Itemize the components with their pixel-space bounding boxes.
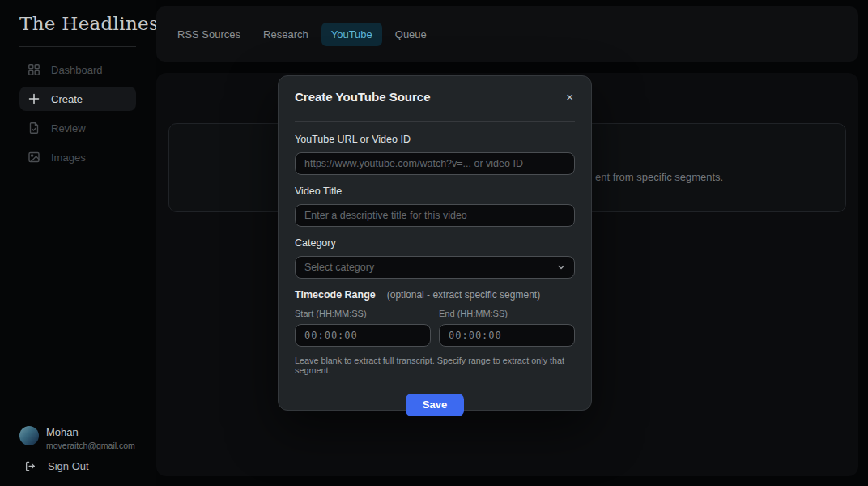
video-title-field-wrap xyxy=(295,204,575,227)
youtube-url-input[interactable] xyxy=(304,158,565,169)
modal-title: Create YouTube Source xyxy=(295,90,431,104)
url-field-label: YouTube URL or Video ID xyxy=(295,134,575,145)
sidebar-item-label: Review xyxy=(51,122,86,134)
timecode-end-label: End (HH:MM:SS) xyxy=(439,309,575,318)
modal-body: YouTube URL or Video ID Video Title Cate… xyxy=(279,122,591,416)
timecode-heading-text: Timecode Range xyxy=(295,289,376,301)
category-select[interactable]: Select category xyxy=(295,256,575,279)
document-icon xyxy=(28,122,40,134)
video-title-input[interactable] xyxy=(304,210,565,221)
timecode-end-input[interactable] xyxy=(449,330,565,341)
sidebar-item-review[interactable]: Review xyxy=(19,116,136,140)
user-name: Mohan xyxy=(46,426,135,438)
sidebar-item-create[interactable]: Create xyxy=(19,87,136,111)
tab-youtube[interactable]: YouTube xyxy=(321,23,382,46)
chevron-down-icon xyxy=(556,262,566,272)
sidebar-nav: Dashboard Create Review xyxy=(19,58,136,174)
background-card-text: ent from specific segments. xyxy=(595,171,723,183)
timecode-start-input[interactable] xyxy=(304,330,421,341)
timecode-heading-note: (optional - extract specific segment) xyxy=(387,289,540,301)
timecode-section-heading: Timecode Range (optional - extract speci… xyxy=(295,289,575,301)
avatar[interactable] xyxy=(19,426,39,446)
modal-header: Create YouTube Source × xyxy=(279,76,591,104)
dashboard-grid-icon xyxy=(28,63,40,76)
timecode-end-col: End (HH:MM:SS) xyxy=(439,309,575,357)
video-title-field-label: Video Title xyxy=(295,185,575,197)
logout-icon xyxy=(24,460,36,472)
sidebar-item-label: Create xyxy=(51,93,83,105)
modal-footer: Save xyxy=(295,394,575,416)
tab-research[interactable]: Research xyxy=(253,23,318,46)
save-button[interactable]: Save xyxy=(406,394,464,416)
tab-rss-sources[interactable]: RSS Sources xyxy=(168,23,250,46)
url-field-wrap xyxy=(295,152,575,175)
sidebar: The Headlines Dashboard Create xyxy=(0,0,156,486)
timecode-start-col: Start (HH:MM:SS) xyxy=(295,309,431,357)
user-email: moveraitch@gmail.com xyxy=(46,441,135,450)
sidebar-item-label: Dashboard xyxy=(51,64,103,76)
category-select-placeholder: Select category xyxy=(304,262,374,273)
timecode-row: Start (HH:MM:SS) End (HH:MM:SS) xyxy=(295,309,575,357)
create-youtube-source-modal: Create YouTube Source × YouTube URL or V… xyxy=(278,75,592,411)
sign-out-button[interactable]: Sign Out xyxy=(24,460,89,472)
timecode-start-label: Start (HH:MM:SS) xyxy=(295,309,431,318)
tab-queue[interactable]: Queue xyxy=(385,23,436,46)
timecode-start-wrap xyxy=(295,324,431,347)
user-profile: Mohan moveraitch@gmail.com xyxy=(19,426,135,450)
sidebar-item-dashboard[interactable]: Dashboard xyxy=(19,58,136,82)
sign-out-label: Sign Out xyxy=(48,460,89,472)
timecode-helper-text: Leave blank to extract full transcript. … xyxy=(295,356,575,375)
image-icon xyxy=(28,151,40,164)
user-info: Mohan moveraitch@gmail.com xyxy=(46,426,135,450)
divider xyxy=(19,46,136,47)
sidebar-item-label: Images xyxy=(51,151,86,164)
app-title: The Headlines xyxy=(19,13,159,34)
plus-icon xyxy=(28,92,40,105)
app-root: The Headlines Dashboard Create xyxy=(0,0,868,486)
close-icon[interactable]: × xyxy=(563,89,577,104)
timecode-end-wrap xyxy=(439,324,575,347)
top-tab-bar: RSS Sources Research YouTube Queue xyxy=(156,6,858,62)
tabs: RSS Sources Research YouTube Queue xyxy=(168,6,436,62)
category-field-label: Category xyxy=(295,237,575,249)
sidebar-item-images[interactable]: Images xyxy=(19,145,136,169)
